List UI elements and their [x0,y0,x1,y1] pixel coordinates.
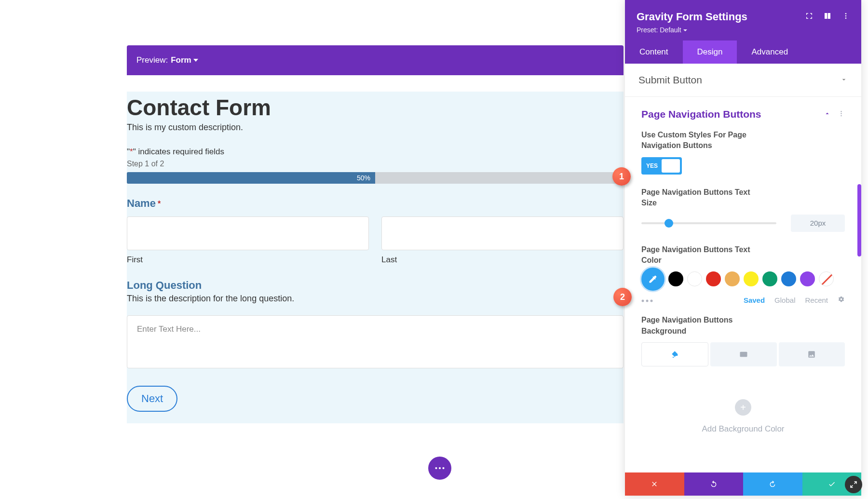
svg-rect-12 [740,352,747,357]
more-icon[interactable] [842,12,850,22]
preview-value[interactable]: Form [171,55,191,65]
floating-action-button[interactable] [428,457,451,480]
long-question-desc: This is the description for the long que… [127,294,624,304]
preview-bar: Preview: Form [127,45,624,75]
chevron-up-icon[interactable] [824,110,831,119]
page-nav-title[interactable]: Page Navigation Buttons [641,108,761,120]
preview-area: Preview: Form Contact Form This is my cu… [0,0,624,499]
sidebar-title: Gravity Form Settings [637,11,747,23]
submit-button-accordion[interactable]: Submit Button [625,64,861,97]
sidebar-tabs: Content Design Advanced [625,40,861,64]
custom-styles-label: Use Custom Styles For Page Navigation Bu… [641,130,757,151]
expand-icon[interactable] [805,12,813,22]
bg-tab-color[interactable] [641,342,708,366]
section-more-icon[interactable] [838,110,845,119]
svg-point-1 [439,467,441,469]
bg-tab-image[interactable] [779,342,845,366]
swatch-white[interactable] [687,271,702,286]
custom-styles-toggle[interactable]: YES [641,157,682,175]
tab-content[interactable]: Content [625,40,683,64]
redo-button[interactable] [743,472,802,496]
swatch-yellow[interactable] [744,271,759,286]
svg-point-10 [646,300,649,302]
swatch-none[interactable] [819,271,834,286]
preset-selector[interactable]: Preset: Default [637,26,850,34]
annotation-2: 2 [613,288,632,306]
svg-point-3 [845,13,847,14]
preview-label: Preview: [136,55,168,65]
sidebar-body: Submit Button Page Navigation Buttons Us… [625,64,861,472]
progress-bar: 50% [127,172,624,184]
svg-point-11 [651,300,653,302]
palette-global[interactable]: Global [774,296,795,304]
caret-down-icon [683,29,687,31]
svg-point-6 [841,110,842,112]
palette-recent[interactable]: Recent [805,296,828,304]
tab-design[interactable]: Design [683,40,737,64]
svg-point-5 [845,17,847,19]
text-size-slider[interactable] [641,222,776,224]
swatch-teal[interactable] [762,271,777,286]
svg-point-7 [841,113,842,114]
progress-fill: 50% [127,172,375,184]
annotation-1: 1 [612,167,631,186]
svg-point-0 [435,467,437,469]
first-name-input[interactable] [127,216,369,250]
page-nav-section: Page Navigation Buttons Use Custom Style… [625,97,861,467]
form-title: Contact Form [127,92,624,121]
bg-tab-gradient[interactable] [710,342,776,366]
svg-point-4 [845,15,847,17]
form-description: This is my custom description. [127,122,624,133]
color-picker-button[interactable] [641,268,665,291]
caret-down-icon[interactable] [193,59,198,62]
text-size-label: Page Navigation Buttons Text Size [641,187,757,209]
chevron-down-icon [840,74,848,86]
swatch-red[interactable] [706,271,721,286]
step-indicator: Step 1 of 2 [127,160,624,168]
text-color-label: Page Navigation Buttons Text Color [641,244,757,266]
long-question-label: Long Question [127,279,624,292]
discard-button[interactable] [625,472,684,496]
settings-sidebar: Gravity Form Settings Preset: Default Co… [625,0,861,496]
last-name-sublabel: Last [381,255,624,265]
expand-corner-button[interactable] [845,476,862,493]
last-name-input[interactable] [381,216,624,250]
swatch-black[interactable] [668,271,683,286]
form-container: Contact Form This is my custom descripti… [127,92,624,423]
bg-label: Page Navigation Buttons Background [641,315,757,337]
palette-more-icon[interactable] [641,296,653,304]
svg-point-8 [841,115,842,116]
swatch-purple[interactable] [800,271,815,286]
tab-advanced[interactable]: Advanced [737,40,802,64]
palette-settings-icon[interactable] [838,296,845,304]
toggle-knob [662,159,680,173]
swatch-orange[interactable] [725,271,740,286]
sidebar-header: Gravity Form Settings Preset: Default [625,0,861,40]
add-bg-area[interactable]: + Add Background Color [641,378,845,455]
columns-icon[interactable] [824,12,831,22]
plus-icon[interactable]: + [735,399,751,416]
undo-button[interactable] [684,472,744,496]
sidebar-footer [625,472,861,496]
svg-point-2 [442,467,444,469]
svg-point-9 [642,300,644,302]
color-swatches [641,271,845,291]
palette-saved[interactable]: Saved [744,296,765,304]
text-size-value[interactable]: 20px [791,215,845,232]
required-fields-note: "*" indicates required fields [127,147,624,157]
name-field-label: Name* [127,197,624,210]
next-button[interactable]: Next [127,386,177,412]
swatch-blue[interactable] [781,271,796,286]
first-name-sublabel: First [127,255,369,265]
sidebar-scrollbar[interactable] [857,184,861,256]
slider-thumb[interactable] [665,219,673,228]
long-question-textarea[interactable]: Enter Text Here... [127,315,624,368]
